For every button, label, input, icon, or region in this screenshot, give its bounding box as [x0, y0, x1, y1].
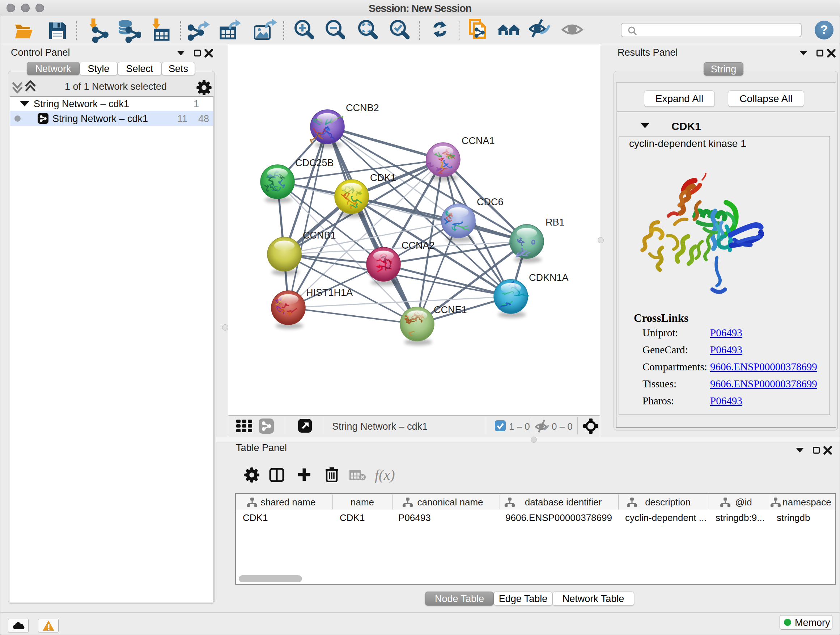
- svg-text:CCNB1: CCNB1: [303, 230, 336, 241]
- svg-text:HIST1H1A: HIST1H1A: [306, 287, 353, 298]
- svg-text:CDK1: CDK1: [370, 172, 396, 183]
- svg-text:CDC25B: CDC25B: [295, 157, 334, 168]
- svg-text:CDC6: CDC6: [477, 196, 504, 207]
- svg-text:CCNB2: CCNB2: [346, 103, 379, 113]
- svg-text:CCNE1: CCNE1: [434, 304, 467, 315]
- svg-text:CCNA1: CCNA1: [462, 135, 495, 146]
- svg-text:RB1: RB1: [546, 217, 565, 228]
- svg-text:CCNA2: CCNA2: [401, 240, 435, 251]
- svg-text:CDKN1A: CDKN1A: [529, 272, 569, 283]
